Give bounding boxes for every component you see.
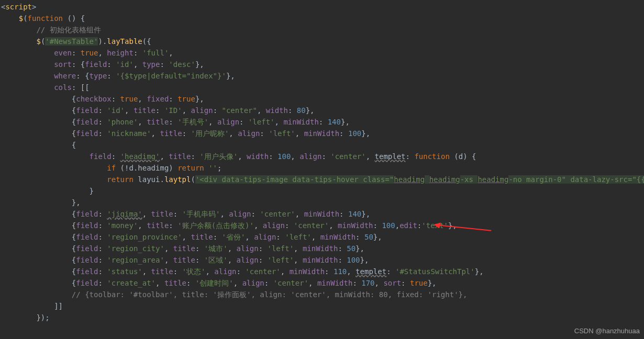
jquery-dollar: $ [19, 14, 23, 22]
selector-string: '#NewsTable' [45, 37, 98, 46]
code-editor[interactable]: <script> $(function () { // 初始化表格组件 $('#… [0, 0, 644, 323]
comment: // 初始化表格组件 [36, 26, 101, 34]
watermark: CSDN @hanzhuhuaa [574, 325, 640, 337]
html-tag: script [5, 3, 32, 11]
